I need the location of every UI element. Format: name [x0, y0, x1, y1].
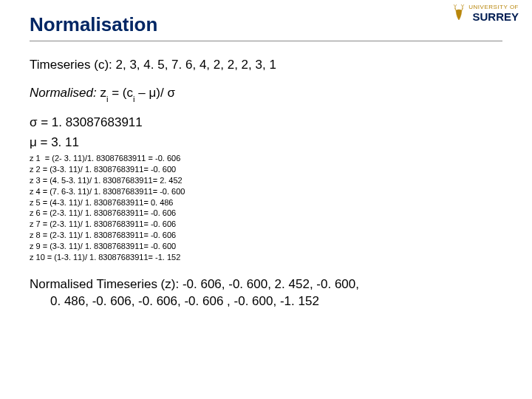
- logo-surrey: SURREY: [468, 11, 519, 22]
- slide-title: Normalisation: [30, 13, 502, 36]
- result-block: Normalised Timeseries (z): -0. 606, -0. …: [30, 276, 502, 310]
- normalised-label: Normalised:: [30, 86, 100, 100]
- timeseries-line: Timeseries (c): 2, 3, 4. 5, 7. 6, 4, 2, …: [30, 58, 502, 72]
- timeseries-values: 2, 3, 4. 5, 7. 6, 4, 2, 2, 2, 3, 1: [116, 58, 276, 72]
- sigma-line: σ = 1. 83087683911: [30, 115, 502, 132]
- stag-icon: [452, 4, 466, 21]
- result-label: Normalised Timeseries (z):: [30, 277, 183, 291]
- mu-line: μ = 3. 11: [30, 134, 502, 151]
- university-logo: UNIVERSITY OF SURREY: [452, 4, 519, 22]
- logo-university-of: UNIVERSITY OF: [468, 4, 519, 10]
- timeseries-label: Timeseries (c):: [30, 58, 116, 72]
- result-line1: -0. 606, -0. 600, 2. 452, -0. 600,: [183, 277, 359, 291]
- title-rule: [30, 41, 502, 41]
- normalised-formula: Normalised: zi = (ci – μ)/ σ: [30, 86, 502, 101]
- calc-block: z 1 = (2- 3. 11)/1. 83087683911 = -0. 60…: [30, 153, 502, 262]
- result-line2: 0. 486, -0. 606, -0. 606, -0. 606 , -0. …: [30, 293, 502, 310]
- slide: UNIVERSITY OF SURREY Normalisation Times…: [0, 0, 532, 399]
